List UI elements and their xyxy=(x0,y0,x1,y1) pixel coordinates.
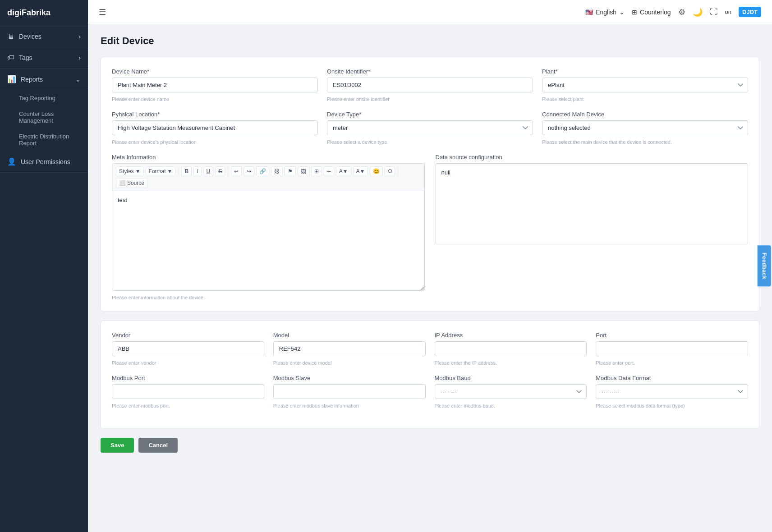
rte-unlink-btn[interactable]: ⛓ xyxy=(271,166,283,176)
rte-emoji-btn[interactable]: 😊 xyxy=(370,166,383,176)
topbar: ☰ 🇺🇸 English ⌄ ⊞ Counterlog ⚙ 🌙 ⛶ on DJD… xyxy=(88,0,772,24)
rte-divider-1 xyxy=(178,167,179,176)
lang-chevron-icon: ⌄ xyxy=(619,9,625,16)
modbus-port-input[interactable] xyxy=(112,384,264,399)
device-type-label: Device Type* xyxy=(327,111,533,118)
rte-table-btn[interactable]: ⊞ xyxy=(311,166,322,176)
meta-info-group: Meta Information Styles ▼ Format ▼ xyxy=(112,154,425,300)
sidebar-sub-counter-loss[interactable]: Counter Loss Management xyxy=(0,106,88,128)
connected-main-device-group: Connected Main Device nothing selected P… xyxy=(542,111,748,145)
tags-icon: 🏷 xyxy=(7,54,14,62)
ip-address-input[interactable] xyxy=(435,341,587,356)
physical-location-input[interactable] xyxy=(112,120,318,135)
port-group: Port Please enter port. xyxy=(596,332,748,366)
meta-info-hint: Please enter information about the devic… xyxy=(112,295,425,300)
sidebar-item-devices[interactable]: 🖥 Devices › xyxy=(0,26,88,47)
vendor-input[interactable] xyxy=(112,341,264,356)
modbus-data-format-label: Modbus Data Format xyxy=(596,375,748,381)
data-source-box[interactable]: null xyxy=(436,163,749,244)
form-row-1: Device Name* Please enter device name On… xyxy=(112,68,748,102)
model-hint: Please enter device model xyxy=(273,360,426,366)
modbus-baud-group: Modbus Baud --------- Please enter modbu… xyxy=(435,375,587,408)
rte-format-dropdown[interactable]: Format ▼ xyxy=(146,166,176,176)
rte-underline-btn[interactable]: U xyxy=(203,166,214,176)
rte-text-color-btn[interactable]: A▼ xyxy=(336,166,351,176)
rte-flag-btn[interactable]: ⚑ xyxy=(285,166,296,176)
counterlog-grid-icon: ⊞ xyxy=(632,9,637,16)
device-type-hint: Please select a device type xyxy=(327,139,533,145)
cancel-button[interactable]: Cancel xyxy=(138,438,178,453)
physical-location-label: Pyhsical Location* xyxy=(112,111,318,118)
rte-italic-btn[interactable]: I xyxy=(193,166,201,176)
form-row-modbus: Modbus Port Please enter modbus port. Mo… xyxy=(112,375,748,408)
sidebar-devices-label: Devices xyxy=(19,33,41,40)
rte-bold-btn[interactable]: B xyxy=(181,166,192,176)
sidebar-item-reports[interactable]: 📊 Reports ⌄ xyxy=(0,69,88,90)
rte-bg-color-btn[interactable]: A▼ xyxy=(353,166,368,176)
counterlog-button[interactable]: ⊞ Counterlog xyxy=(632,9,671,16)
main-fields-card: Device Name* Please enter device name On… xyxy=(101,57,759,312)
feedback-button[interactable]: Feedback xyxy=(757,245,771,286)
save-button[interactable]: Save xyxy=(101,438,134,453)
language-label: English xyxy=(596,9,616,16)
sidebar-sub-electric-dist[interactable]: Electric Distribution Report xyxy=(0,128,88,151)
connected-main-device-select[interactable]: nothing selected xyxy=(542,120,748,135)
physical-location-group: Pyhsical Location* Please enter device's… xyxy=(112,111,318,145)
fullscreen-icon[interactable]: ⛶ xyxy=(710,7,718,17)
rte-container: Styles ▼ Format ▼ B I U S xyxy=(112,163,425,291)
modbus-data-format-select[interactable]: --------- xyxy=(596,384,748,399)
modbus-data-format-group: Modbus Data Format --------- Please sele… xyxy=(596,375,748,408)
user-permissions-icon: 👤 xyxy=(7,157,16,166)
rte-body[interactable]: test xyxy=(112,191,424,290)
settings-icon[interactable]: ⚙ xyxy=(678,7,685,17)
onsite-id-input[interactable] xyxy=(327,78,533,92)
rte-undo-btn[interactable]: ↩ xyxy=(231,166,242,176)
rte-divider-2 xyxy=(228,167,228,176)
on-label: on xyxy=(725,9,731,15)
form-row-vendor: Vendor Please enter vendor Model Please … xyxy=(112,332,748,366)
device-name-label: Device Name* xyxy=(112,68,318,75)
device-name-input[interactable] xyxy=(112,78,318,92)
device-type-select[interactable]: meter xyxy=(327,120,533,135)
rte-styles-dropdown[interactable]: Styles ▼ xyxy=(116,166,144,176)
tags-chevron-icon: › xyxy=(78,54,81,61)
sidebar: digiFabrika 🖥 Devices › 🏷 Tags › 📊 Repor… xyxy=(0,0,88,532)
counterlog-label: Counterlog xyxy=(640,9,671,16)
reports-icon: 📊 xyxy=(7,75,16,83)
data-source-label: Data source configuration xyxy=(436,154,749,161)
plant-group: Plant* ePlant Please select plant xyxy=(542,68,748,102)
devices-chevron-icon: › xyxy=(78,33,81,40)
action-buttons: Save Cancel xyxy=(101,438,759,453)
language-selector[interactable]: 🇺🇸 English ⌄ xyxy=(585,9,625,16)
rte-strikethrough-btn[interactable]: S xyxy=(215,166,225,176)
sidebar-item-user-permissions[interactable]: 👤 User Permissions xyxy=(0,151,88,173)
modbus-baud-hint: Please enter modbus baud. xyxy=(435,403,587,408)
port-input[interactable] xyxy=(596,341,748,356)
connected-main-device-hint: Please select the main device that the d… xyxy=(542,139,748,145)
rte-hr-btn[interactable]: ─ xyxy=(324,166,334,176)
sidebar-item-tags[interactable]: 🏷 Tags › xyxy=(0,47,88,69)
rte-link-btn[interactable]: 🔗 xyxy=(256,166,269,176)
page-title: Edit Device xyxy=(101,35,759,47)
rte-source-btn[interactable]: ⬜ Source xyxy=(116,178,147,188)
modbus-baud-label: Modbus Baud xyxy=(435,375,587,381)
model-input[interactable] xyxy=(273,341,426,356)
devices-icon: 🖥 xyxy=(7,32,14,41)
plant-select[interactable]: ePlant xyxy=(542,78,748,92)
menu-icon[interactable]: ☰ xyxy=(99,7,106,17)
vendor-group: Vendor Please enter vendor xyxy=(112,332,264,366)
rte-special-char-btn[interactable]: Ω xyxy=(385,166,395,176)
modbus-slave-input[interactable] xyxy=(273,384,426,399)
page-body: Edit Device Device Name* Please enter de… xyxy=(88,24,772,532)
onsite-id-label: Onsite Identifier* xyxy=(327,68,533,75)
rte-image-btn[interactable]: 🖼 xyxy=(298,166,309,176)
sidebar-sub-tag-reporting[interactable]: Tag Reporting xyxy=(0,90,88,106)
device-type-group: Device Type* meter Please select a devic… xyxy=(327,111,533,145)
modbus-baud-select[interactable]: --------- xyxy=(435,384,587,399)
modbus-port-hint: Please enter modbus port. xyxy=(112,403,264,408)
moon-icon[interactable]: 🌙 xyxy=(693,7,703,17)
rte-divider-3 xyxy=(398,167,398,176)
vendor-modbus-card: Vendor Please enter vendor Model Please … xyxy=(101,321,759,429)
connected-main-device-label: Connected Main Device xyxy=(542,111,748,118)
rte-redo-btn[interactable]: ↪ xyxy=(244,166,254,176)
